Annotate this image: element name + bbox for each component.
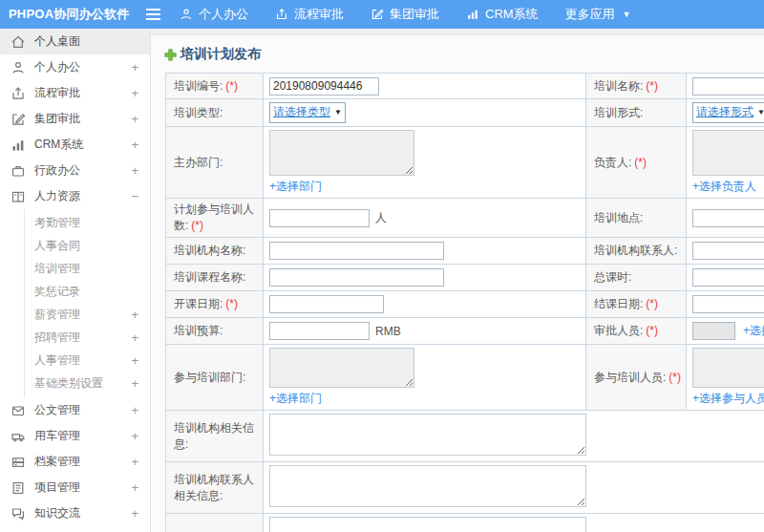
sidebar-item-knowledge[interactable]: 知识交流 +: [0, 500, 150, 526]
topnav-flow-approval[interactable]: 流程审批: [275, 6, 344, 23]
sidebar-subitem-rewards[interactable]: 奖惩记录: [25, 280, 150, 303]
sidebar-item-archives[interactable]: 档案管理 +: [0, 449, 150, 475]
location-input[interactable]: [692, 209, 764, 227]
top-bar: PHPOA协同办公软件 个人办公 流程审批 集团审批 CRM系统 更多应用 ▼: [0, 0, 764, 29]
required-marker: (*): [225, 79, 238, 93]
sidebar-item-projects[interactable]: 项目管理 +: [0, 475, 150, 500]
org-info-textarea[interactable]: [269, 414, 586, 456]
chevron-down-icon: ▼: [334, 108, 342, 117]
select-approver-link[interactable]: +选择审批人员: [743, 323, 764, 339]
required-marker: (*): [634, 156, 647, 169]
field-label: 培训编号:: [174, 79, 223, 93]
select-leader-link[interactable]: +选择负责人: [692, 179, 764, 195]
content-top-strip: [151, 29, 764, 35]
expand-icon[interactable]: +: [131, 112, 138, 126]
field-label: 参与培训部门:: [174, 371, 245, 384]
home-icon: [11, 34, 26, 50]
field-label: 主办部门:: [174, 156, 223, 169]
expand-icon[interactable]: +: [131, 330, 138, 345]
required-marker: (*): [668, 371, 681, 384]
expand-icon[interactable]: +: [131, 86, 138, 100]
sidebar-item-hr[interactable]: 人力资源 −: [0, 183, 150, 209]
topnav-crm[interactable]: CRM系统: [466, 6, 539, 23]
page-title: 培训计划发布: [164, 46, 764, 63]
required-marker: (*): [646, 79, 658, 93]
archive-icon: [11, 455, 26, 470]
sidebar-subitem-personnel[interactable]: 人事管理 +: [25, 349, 150, 372]
planned-count-input[interactable]: [269, 209, 370, 227]
sidebar-subitem-salary[interactable]: 薪资管理 +: [25, 303, 150, 326]
sidebar-subitem-recruiting[interactable]: 招聘管理 +: [25, 326, 150, 349]
expand-icon[interactable]: +: [131, 506, 138, 521]
leader-textarea[interactable]: [692, 130, 764, 176]
expand-icon[interactable]: +: [131, 353, 138, 368]
green-plus-icon: [164, 49, 177, 61]
expand-icon[interactable]: +: [131, 455, 138, 469]
sidebar-item-crm[interactable]: CRM系统 +: [0, 132, 150, 158]
training-type-select[interactable]: 请选择类型▼: [269, 102, 346, 123]
requirements-textarea[interactable]: [269, 517, 586, 532]
caret-down-icon: ▼: [623, 10, 631, 19]
topnav-more-apps[interactable]: 更多应用 ▼: [565, 6, 631, 23]
chart-icon: [466, 8, 479, 21]
org-name-input[interactable]: [269, 242, 444, 260]
field-label: 结课日期:: [594, 297, 643, 310]
sidebar-subitem-hr-contract[interactable]: 人事合同: [25, 234, 150, 257]
flow-icon: [275, 8, 288, 21]
sidebar-item-flow-approval[interactable]: 流程审批 +: [0, 80, 150, 106]
sidebar-subitem-training[interactable]: 培训管理: [25, 257, 150, 280]
field-label: 培训机构名称:: [174, 244, 245, 257]
field-label: 计划参与培训人数:: [174, 202, 254, 232]
start-date-input[interactable]: [269, 295, 384, 313]
expand-icon[interactable]: +: [131, 163, 138, 178]
sidebar-subitem-base-category[interactable]: 基础类别设置 +: [25, 372, 150, 394]
field-label: 负责人:: [594, 156, 631, 169]
user-icon: [11, 60, 26, 75]
total-hours-input[interactable]: [692, 268, 764, 287]
sidebar-subitem-attendance[interactable]: 考勤管理: [25, 211, 150, 234]
approver-input[interactable]: [692, 322, 735, 340]
required-marker: (*): [646, 297, 658, 310]
required-marker: (*): [225, 297, 238, 310]
sidebar: 个人桌面 个人办公 + 流程审批 + 集团审批 + CRM系统 + 行政办公 +…: [0, 29, 151, 532]
training-mode-select[interactable]: 请选择形式▼: [692, 102, 764, 123]
collapse-icon[interactable]: −: [131, 189, 138, 203]
sidebar-item-vehicles[interactable]: 用车管理 +: [0, 423, 150, 449]
sidebar-item-personal-office[interactable]: 个人办公 +: [0, 54, 150, 80]
select-dept-link[interactable]: +选择部门: [269, 179, 580, 195]
org-contact-input[interactable]: [692, 242, 764, 260]
briefcase-icon: [11, 163, 26, 179]
sidebar-item-documents[interactable]: 公文管理 +: [0, 397, 150, 423]
topnav-personal-office[interactable]: 个人办公: [180, 6, 248, 23]
field-label: 总课时:: [594, 270, 631, 284]
expand-icon[interactable]: +: [131, 376, 138, 391]
join-people-textarea[interactable]: [692, 348, 764, 388]
expand-icon[interactable]: +: [131, 308, 138, 322]
select-participants-link[interactable]: +选择参与人员: [692, 391, 764, 407]
sidebar-item-group-approval[interactable]: 集团审批 +: [0, 106, 150, 132]
expand-icon[interactable]: +: [131, 60, 138, 74]
hamburger-menu-icon[interactable]: [145, 8, 162, 21]
end-date-input[interactable]: [692, 295, 764, 313]
course-name-input[interactable]: [269, 268, 444, 287]
currency-label: RMB: [375, 325, 401, 338]
chart-icon: [11, 138, 26, 153]
select-dept-link[interactable]: +选择部门: [269, 391, 580, 407]
join-depts-textarea[interactable]: [269, 348, 414, 388]
host-dept-textarea[interactable]: [269, 130, 414, 176]
org-contact-info-textarea[interactable]: [269, 465, 586, 507]
field-label: 培训形式:: [594, 106, 643, 119]
expand-icon[interactable]: +: [131, 138, 138, 152]
training-no-input[interactable]: [269, 77, 379, 96]
sidebar-item-admin-office[interactable]: 行政办公 +: [0, 158, 150, 183]
expand-icon[interactable]: +: [131, 480, 138, 495]
project-icon: [11, 480, 26, 496]
training-name-input[interactable]: [692, 77, 764, 96]
chevron-down-icon: ▼: [757, 108, 764, 117]
budget-input[interactable]: [269, 322, 370, 340]
required-marker: (*): [191, 219, 203, 232]
expand-icon[interactable]: +: [131, 429, 138, 443]
sidebar-item-desktop[interactable]: 个人桌面: [0, 29, 150, 54]
expand-icon[interactable]: +: [131, 403, 138, 417]
topnav-group-approval[interactable]: 集团审批: [371, 6, 439, 23]
